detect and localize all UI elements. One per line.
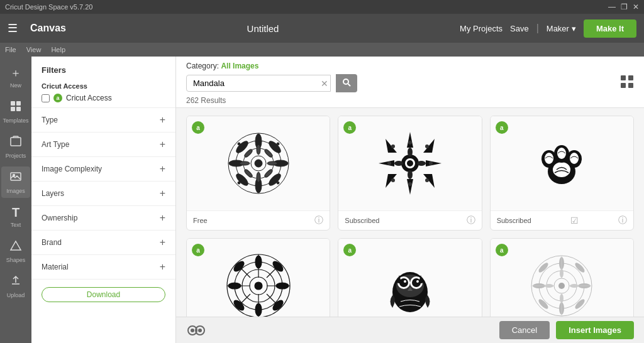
sidebar-text-label: Text: [11, 222, 21, 228]
sidebar-item-templates[interactable]: Templates: [1, 96, 30, 128]
bottom-icon-group: [186, 324, 206, 337]
svg-point-35: [257, 137, 260, 139]
sidebar-item-projects[interactable]: Projects: [1, 131, 30, 163]
svg-point-59: [408, 182, 412, 186]
sidebar-item-new[interactable]: ＋ New: [1, 62, 30, 92]
image-grid: a: [186, 116, 634, 317]
search-input[interactable]: [186, 75, 331, 92]
svg-point-38: [282, 162, 285, 165]
filter-image-complexity[interactable]: Image Complexity +: [31, 157, 175, 182]
svg-point-116: [574, 261, 586, 274]
svg-marker-48: [386, 139, 397, 153]
filter-brand-expand-icon: +: [160, 237, 165, 248]
svg-point-39: [238, 143, 240, 145]
info-icon[interactable]: ⓘ: [467, 215, 475, 226]
bottom-bar: Cancel Insert Images: [176, 317, 644, 343]
filter-layers[interactable]: Layers +: [31, 182, 175, 206]
sidebar-item-shapes[interactable]: Shapes: [1, 236, 30, 267]
image-card[interactable]: a: [338, 238, 482, 317]
svg-point-78: [255, 282, 262, 290]
image-card-footer: Subscribed ⓘ: [338, 210, 481, 230]
svg-point-60: [387, 161, 391, 165]
filter-material[interactable]: Material +: [31, 255, 175, 280]
info-icon[interactable]: ⓘ: [314, 215, 323, 226]
cricut-access-section: Cricut Access a Cricut Access: [31, 80, 175, 108]
image-status: Subscribed: [345, 217, 379, 224]
svg-rect-0: [11, 101, 15, 106]
svg-point-41: [238, 182, 240, 184]
filter-layers-expand-icon: +: [160, 188, 165, 199]
svg-marker-50: [386, 174, 397, 188]
image-grid-container[interactable]: a: [176, 108, 644, 317]
grid-toggle-button[interactable]: [620, 75, 634, 92]
search-clear-icon[interactable]: ✕: [321, 79, 328, 89]
content-area: Category: All Images ✕: [176, 57, 644, 343]
projects-icon: [9, 135, 22, 151]
filter-art-type[interactable]: Art Type +: [31, 133, 175, 157]
cricut-badge: a: [53, 94, 62, 102]
images-icon: [9, 170, 22, 186]
image-card-img: [187, 116, 330, 210]
sidebar-item-upload[interactable]: Upload: [1, 271, 30, 302]
close-btn[interactable]: ✕: [633, 3, 639, 11]
filter-type[interactable]: Type +: [31, 108, 175, 133]
menu-view[interactable]: View: [26, 46, 42, 53]
svg-point-115: [537, 261, 550, 274]
image-card[interactable]: a: [186, 116, 330, 231]
image-card[interactable]: a: [186, 238, 330, 317]
canvas-label: Canvas: [30, 23, 66, 34]
menu-file[interactable]: File: [5, 46, 16, 53]
search-button[interactable]: [336, 74, 357, 92]
sidebar-shapes-label: Shapes: [6, 257, 26, 263]
filter-ownership-expand-icon: +: [160, 212, 165, 224]
filters-panel: Filters Cricut Access a Cricut Access Ty…: [31, 57, 176, 343]
results-count: 262 Results: [186, 96, 634, 105]
svg-point-102: [416, 280, 419, 283]
sidebar-item-images[interactable]: Images: [1, 166, 30, 198]
cancel-button[interactable]: Cancel: [499, 321, 550, 339]
title-bar: Cricut Design Space v5.7.20 — ❐ ✕: [0, 0, 644, 14]
cricut-access-checkbox-label[interactable]: a Cricut Access: [42, 94, 165, 102]
cricut-access-input[interactable]: [42, 94, 50, 102]
image-card[interactable]: a: [338, 116, 482, 231]
svg-point-18: [255, 160, 262, 167]
minimize-btn[interactable]: —: [608, 3, 616, 11]
my-projects-link[interactable]: My Projects: [460, 24, 502, 33]
svg-point-101: [404, 280, 406, 283]
access-badge: a: [192, 121, 204, 134]
maker-selector[interactable]: Maker ▾: [547, 24, 576, 33]
svg-point-62: [391, 144, 395, 148]
svg-marker-46: [379, 160, 394, 166]
image-card-img: [491, 116, 633, 210]
shapes-icon: [9, 239, 22, 255]
download-button[interactable]: Download: [42, 287, 165, 302]
insert-images-button[interactable]: Insert Images: [556, 321, 634, 339]
svg-point-54: [394, 161, 403, 166]
svg-rect-10: [621, 75, 626, 80]
save-link[interactable]: Save: [510, 24, 529, 33]
svg-rect-4: [11, 138, 21, 146]
sidebar-item-text[interactable]: T Text: [1, 202, 30, 232]
info-icon[interactable]: ⓘ: [618, 215, 627, 226]
svg-point-63: [425, 144, 429, 148]
svg-point-73: [570, 153, 579, 164]
svg-point-52: [408, 148, 413, 156]
filter-brand-label: Brand: [42, 238, 62, 247]
image-card[interactable]: a: [490, 238, 634, 317]
image-card[interactable]: a: [490, 116, 634, 231]
svg-point-55: [417, 161, 426, 166]
svg-point-89: [228, 283, 241, 289]
svg-point-118: [574, 298, 586, 310]
filter-brand[interactable]: Brand +: [31, 231, 175, 255]
sidebar-icons: ＋ New Templates Projects Images T Text: [0, 57, 31, 343]
svg-point-128: [191, 329, 194, 332]
make-it-button[interactable]: Make It: [584, 19, 636, 38]
hamburger-icon[interactable]: ☰: [8, 21, 18, 35]
category-value[interactable]: All Images: [221, 62, 258, 70]
svg-marker-7: [11, 241, 21, 250]
svg-marker-45: [407, 179, 413, 195]
restore-btn[interactable]: ❐: [621, 3, 628, 11]
sidebar-new-label: New: [10, 82, 21, 89]
filter-ownership[interactable]: Ownership +: [31, 206, 175, 231]
menu-help[interactable]: Help: [51, 46, 65, 53]
